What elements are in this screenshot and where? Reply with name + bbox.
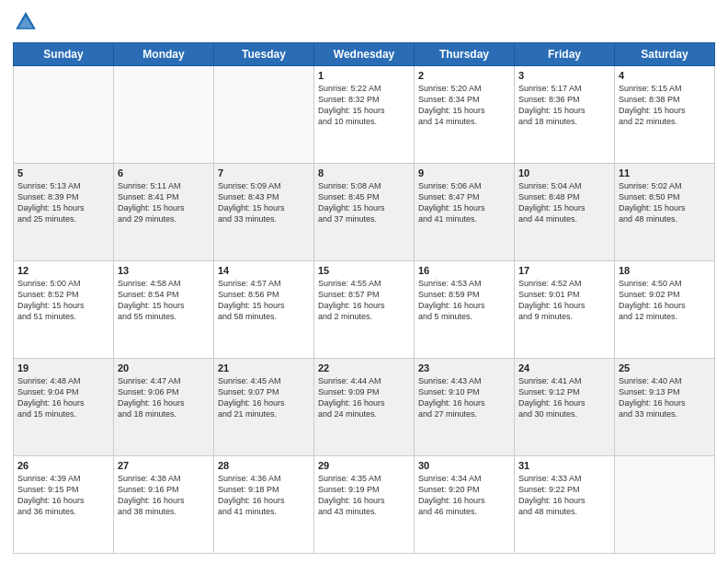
calendar-cell: 25Sunrise: 4:40 AM Sunset: 9:13 PM Dayli… (615, 359, 715, 456)
calendar-cell: 21Sunrise: 4:45 AM Sunset: 9:07 PM Dayli… (214, 359, 314, 456)
calendar-cell: 20Sunrise: 4:47 AM Sunset: 9:06 PM Dayli… (114, 359, 214, 456)
calendar-cell: 19Sunrise: 4:48 AM Sunset: 9:04 PM Dayli… (14, 359, 114, 456)
day-number: 31 (518, 460, 610, 471)
calendar-cell: 1Sunrise: 5:22 AM Sunset: 8:32 PM Daylig… (314, 66, 415, 164)
day-info: Sunrise: 5:04 AM Sunset: 8:48 PM Dayligh… (518, 180, 610, 225)
day-info: Sunrise: 4:50 AM Sunset: 9:02 PM Dayligh… (619, 278, 711, 323)
calendar-cell: 23Sunrise: 4:43 AM Sunset: 9:10 PM Dayli… (415, 359, 515, 456)
calendar-cell: 29Sunrise: 4:35 AM Sunset: 9:19 PM Dayli… (314, 456, 415, 554)
calendar-header-thursday: Thursday (415, 43, 515, 66)
day-number: 19 (17, 362, 109, 373)
day-info: Sunrise: 5:09 AM Sunset: 8:43 PM Dayligh… (218, 180, 310, 225)
calendar-cell: 7Sunrise: 5:09 AM Sunset: 8:43 PM Daylig… (214, 164, 314, 261)
day-info: Sunrise: 4:47 AM Sunset: 9:06 PM Dayligh… (118, 375, 210, 420)
calendar-cell (14, 66, 114, 164)
day-info: Sunrise: 4:48 AM Sunset: 9:04 PM Dayligh… (17, 375, 109, 420)
day-info: Sunrise: 4:52 AM Sunset: 9:01 PM Dayligh… (518, 278, 610, 323)
calendar-cell: 31Sunrise: 4:33 AM Sunset: 9:22 PM Dayli… (515, 456, 615, 554)
day-number: 11 (619, 167, 711, 178)
day-info: Sunrise: 5:06 AM Sunset: 8:47 PM Dayligh… (418, 180, 510, 225)
calendar-cell: 27Sunrise: 4:38 AM Sunset: 9:16 PM Dayli… (114, 456, 214, 554)
calendar-cell (114, 66, 214, 164)
calendar-cell: 16Sunrise: 4:53 AM Sunset: 8:59 PM Dayli… (415, 261, 515, 359)
calendar-header-friday: Friday (515, 43, 615, 66)
day-info: Sunrise: 5:02 AM Sunset: 8:50 PM Dayligh… (619, 180, 711, 225)
day-number: 18 (619, 265, 711, 276)
calendar-cell: 18Sunrise: 4:50 AM Sunset: 9:02 PM Dayli… (615, 261, 715, 359)
day-number: 28 (218, 460, 310, 471)
calendar-cell: 15Sunrise: 4:55 AM Sunset: 8:57 PM Dayli… (314, 261, 415, 359)
day-info: Sunrise: 5:11 AM Sunset: 8:41 PM Dayligh… (118, 180, 210, 225)
day-number: 13 (118, 265, 210, 276)
calendar-table: SundayMondayTuesdayWednesdayThursdayFrid… (13, 42, 715, 554)
day-number: 12 (17, 265, 109, 276)
calendar-header-saturday: Saturday (615, 43, 715, 66)
day-info: Sunrise: 4:57 AM Sunset: 8:56 PM Dayligh… (218, 278, 310, 323)
day-number: 26 (17, 460, 109, 471)
day-number: 15 (318, 265, 410, 276)
page: SundayMondayTuesdayWednesdayThursdayFrid… (0, 0, 728, 563)
calendar-cell: 17Sunrise: 4:52 AM Sunset: 9:01 PM Dayli… (515, 261, 615, 359)
day-number: 21 (218, 362, 310, 373)
calendar-week-row: 5Sunrise: 5:13 AM Sunset: 8:39 PM Daylig… (14, 164, 715, 261)
calendar-week-row: 1Sunrise: 5:22 AM Sunset: 8:32 PM Daylig… (14, 66, 715, 164)
day-info: Sunrise: 5:13 AM Sunset: 8:39 PM Dayligh… (17, 180, 109, 225)
day-info: Sunrise: 4:44 AM Sunset: 9:09 PM Dayligh… (318, 375, 410, 420)
day-number: 1 (318, 70, 410, 81)
header (13, 9, 715, 35)
day-info: Sunrise: 4:55 AM Sunset: 8:57 PM Dayligh… (318, 278, 410, 323)
day-number: 14 (218, 265, 310, 276)
day-number: 4 (619, 70, 711, 81)
day-number: 22 (318, 362, 410, 373)
calendar-week-row: 19Sunrise: 4:48 AM Sunset: 9:04 PM Dayli… (14, 359, 715, 456)
logo (13, 9, 42, 35)
day-number: 2 (418, 70, 510, 81)
calendar-cell: 5Sunrise: 5:13 AM Sunset: 8:39 PM Daylig… (14, 164, 114, 261)
day-info: Sunrise: 4:35 AM Sunset: 9:19 PM Dayligh… (318, 473, 410, 518)
calendar-cell: 4Sunrise: 5:15 AM Sunset: 8:38 PM Daylig… (615, 66, 715, 164)
calendar-cell: 24Sunrise: 4:41 AM Sunset: 9:12 PM Dayli… (515, 359, 615, 456)
calendar-cell: 6Sunrise: 5:11 AM Sunset: 8:41 PM Daylig… (114, 164, 214, 261)
day-number: 20 (118, 362, 210, 373)
day-info: Sunrise: 4:36 AM Sunset: 9:18 PM Dayligh… (218, 473, 310, 518)
calendar-week-row: 26Sunrise: 4:39 AM Sunset: 9:15 PM Dayli… (14, 456, 715, 554)
day-info: Sunrise: 5:08 AM Sunset: 8:45 PM Dayligh… (318, 180, 410, 225)
day-number: 24 (518, 362, 610, 373)
day-number: 8 (318, 167, 410, 178)
day-number: 16 (418, 265, 510, 276)
calendar-week-row: 12Sunrise: 5:00 AM Sunset: 8:52 PM Dayli… (14, 261, 715, 359)
calendar-header-tuesday: Tuesday (214, 43, 314, 66)
calendar-header-sunday: Sunday (14, 43, 114, 66)
day-number: 23 (418, 362, 510, 373)
calendar-cell: 28Sunrise: 4:36 AM Sunset: 9:18 PM Dayli… (214, 456, 314, 554)
day-number: 3 (518, 70, 610, 81)
day-number: 10 (518, 167, 610, 178)
day-info: Sunrise: 4:33 AM Sunset: 9:22 PM Dayligh… (518, 473, 610, 518)
calendar-cell: 2Sunrise: 5:20 AM Sunset: 8:34 PM Daylig… (415, 66, 515, 164)
calendar-cell: 8Sunrise: 5:08 AM Sunset: 8:45 PM Daylig… (314, 164, 415, 261)
calendar-cell (615, 456, 715, 554)
day-number: 7 (218, 167, 310, 178)
day-info: Sunrise: 4:38 AM Sunset: 9:16 PM Dayligh… (118, 473, 210, 518)
day-info: Sunrise: 5:20 AM Sunset: 8:34 PM Dayligh… (418, 83, 510, 128)
day-info: Sunrise: 5:00 AM Sunset: 8:52 PM Dayligh… (17, 278, 109, 323)
logo-icon (13, 9, 39, 35)
calendar-cell: 22Sunrise: 4:44 AM Sunset: 9:09 PM Dayli… (314, 359, 415, 456)
day-number: 27 (118, 460, 210, 471)
day-info: Sunrise: 4:45 AM Sunset: 9:07 PM Dayligh… (218, 375, 310, 420)
day-info: Sunrise: 5:17 AM Sunset: 8:36 PM Dayligh… (518, 83, 610, 128)
day-number: 17 (518, 265, 610, 276)
day-info: Sunrise: 4:53 AM Sunset: 8:59 PM Dayligh… (418, 278, 510, 323)
day-info: Sunrise: 4:34 AM Sunset: 9:20 PM Dayligh… (418, 473, 510, 518)
calendar-cell: 12Sunrise: 5:00 AM Sunset: 8:52 PM Dayli… (14, 261, 114, 359)
calendar-cell: 3Sunrise: 5:17 AM Sunset: 8:36 PM Daylig… (515, 66, 615, 164)
calendar-cell (214, 66, 314, 164)
day-info: Sunrise: 4:40 AM Sunset: 9:13 PM Dayligh… (619, 375, 711, 420)
day-info: Sunrise: 4:41 AM Sunset: 9:12 PM Dayligh… (518, 375, 610, 420)
day-info: Sunrise: 4:39 AM Sunset: 9:15 PM Dayligh… (17, 473, 109, 518)
day-info: Sunrise: 4:58 AM Sunset: 8:54 PM Dayligh… (118, 278, 210, 323)
day-info: Sunrise: 4:43 AM Sunset: 9:10 PM Dayligh… (418, 375, 510, 420)
calendar-cell: 11Sunrise: 5:02 AM Sunset: 8:50 PM Dayli… (615, 164, 715, 261)
day-info: Sunrise: 5:22 AM Sunset: 8:32 PM Dayligh… (318, 83, 410, 128)
calendar-cell: 13Sunrise: 4:58 AM Sunset: 8:54 PM Dayli… (114, 261, 214, 359)
